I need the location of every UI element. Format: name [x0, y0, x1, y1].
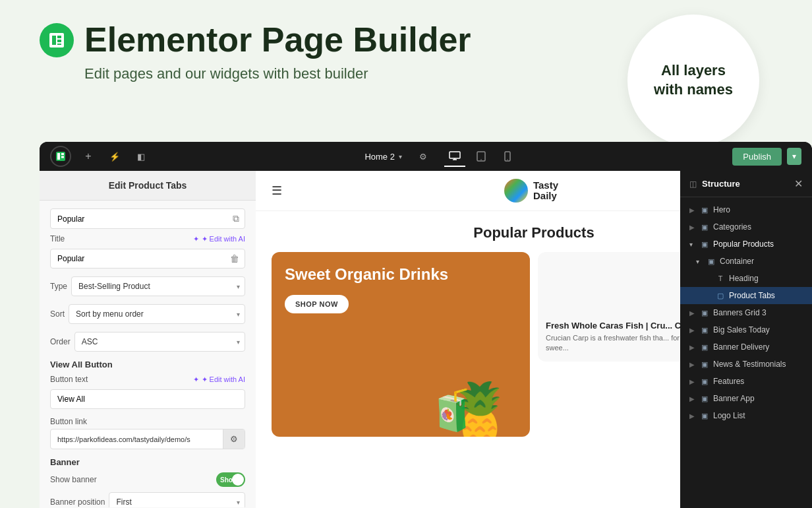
- editor-body: Edit Product Tabs ⧉ Title ✦ ✦ Edit with …: [40, 171, 812, 508]
- url-settings-button[interactable]: ⚙: [223, 429, 245, 449]
- structure-item-news-testimonials[interactable]: ▶ ▣ News & Testimonials: [680, 356, 812, 373]
- banners-grid-container-icon: ▣: [700, 309, 709, 317]
- structure-item-banners-grid[interactable]: ▶ ▣ Banners Grid 3: [680, 304, 812, 321]
- subtitle: Edit pages and our widgets with best bui…: [84, 65, 471, 82]
- type-select[interactable]: Best-Selling Product: [71, 276, 245, 296]
- browser-mockup: + ⚡ ◧ Home 2 ▾ ⚙ Publish ▾: [40, 142, 812, 508]
- elementor-logo: [40, 23, 74, 57]
- responsive-button[interactable]: ⚡: [105, 147, 124, 166]
- structure-item-hero[interactable]: ▶ ▣ Hero: [680, 201, 812, 218]
- title-input[interactable]: [51, 249, 225, 268]
- mobile-button[interactable]: [497, 146, 518, 167]
- title-field-group: Title ✦ ✦ Edit with AI 🗑: [50, 234, 245, 269]
- title-input-row: 🗑: [50, 249, 245, 269]
- product-tabs-label: Product Tabs: [729, 291, 803, 300]
- button-text-input[interactable]: [51, 390, 245, 408]
- heading-label: Heading: [729, 274, 803, 283]
- toolbar-center: Home 2 ▾ ⚙: [158, 146, 724, 167]
- product-tabs-chevron-icon: ▶: [705, 292, 712, 300]
- logo-list-label: Logo List: [713, 411, 803, 420]
- banner-position-label: Banner position: [50, 497, 105, 507]
- show-banner-label: Show banner: [50, 475, 216, 484]
- popular-input[interactable]: [51, 210, 227, 228]
- publish-chevron-button[interactable]: ▾: [787, 148, 801, 165]
- preview-logo-icon: [504, 179, 528, 203]
- trash-button[interactable]: 🗑: [225, 249, 245, 268]
- toolbar: + ⚡ ◧ Home 2 ▾ ⚙ Publish ▾: [40, 142, 812, 171]
- button-link-input[interactable]: [51, 431, 223, 448]
- container-label: Container: [720, 257, 803, 266]
- structure-item-product-tabs[interactable]: ▶ ▢ Product Tabs: [680, 287, 812, 304]
- banner-section-title: Banner: [50, 457, 245, 467]
- structure-item-container[interactable]: ▾ ▣ Container: [680, 253, 812, 270]
- popular-products-chevron-icon: ▾: [689, 241, 696, 248]
- toolbar-right: Publish ▾: [732, 148, 801, 166]
- featured-product-card: Sweet Organic Drinks SHOP NOW 🍍 🧃: [272, 252, 530, 437]
- structure-item-banner-delivery[interactable]: ▶ ▣ Banner Delivery: [680, 338, 812, 356]
- sort-select[interactable]: Sort by menu order: [69, 304, 245, 324]
- structure-close-button[interactable]: ✕: [794, 177, 803, 190]
- banner-delivery-chevron-icon: ▶: [689, 344, 696, 351]
- title-row: Title ✦ ✦ Edit with AI: [50, 234, 245, 243]
- hero-container-icon: ▣: [700, 206, 709, 214]
- order-field-group: Order ASC ▾: [50, 332, 245, 352]
- banner-position-row: Banner position First ▾: [50, 492, 245, 507]
- structure-item-popular-products[interactable]: ▾ ▣ Popular Products: [680, 236, 812, 253]
- show-banner-toggle[interactable]: Show: [216, 472, 245, 487]
- bottle-emoji: 🧃: [428, 391, 477, 430]
- add-element-button[interactable]: +: [79, 147, 98, 166]
- preview-hamburger-icon[interactable]: ☰: [272, 183, 282, 198]
- svg-rect-7: [61, 153, 64, 155]
- desktop-button[interactable]: [444, 146, 465, 167]
- structure-item-logo-list[interactable]: ▶ ▣ Logo List: [680, 407, 812, 424]
- container-icon: ▣: [707, 257, 716, 266]
- page-name-button[interactable]: Home 2 ▾: [364, 152, 402, 162]
- copy-button[interactable]: ⧉: [227, 209, 245, 228]
- banner-app-chevron-icon: ▶: [689, 395, 696, 402]
- layers-button[interactable]: ◧: [132, 147, 150, 166]
- banner-delivery-label: Banner Delivery: [713, 342, 803, 352]
- structure-item-banner-app[interactable]: ▶ ▣ Banner App: [680, 390, 812, 407]
- structure-header: ◫ Structure ✕: [680, 171, 812, 197]
- banner-position-field-group: Banner position First ▾: [50, 492, 245, 507]
- features-chevron-icon: ▶: [689, 378, 696, 385]
- hero-chevron-icon: ▶: [689, 206, 696, 214]
- banner-app-container-icon: ▣: [700, 395, 709, 403]
- features-container-icon: ▣: [700, 377, 709, 386]
- toolbar-elementor-logo[interactable]: [50, 146, 71, 167]
- structure-item-features[interactable]: ▶ ▣ Features: [680, 373, 812, 390]
- button-text-input-row: [50, 389, 245, 409]
- page-name-label: Home 2: [364, 152, 395, 162]
- order-select[interactable]: ASC: [74, 332, 245, 352]
- news-testimonials-label: News & Testimonials: [713, 360, 803, 369]
- structure-collapse-icon: ◫: [689, 179, 697, 189]
- svg-point-13: [507, 159, 508, 160]
- settings-button[interactable]: ⚙: [413, 146, 434, 167]
- order-select-wrapper: ASC ▾: [74, 332, 245, 352]
- type-select-wrapper: Best-Selling Product ▾: [71, 276, 245, 296]
- button-text-label: Button text: [50, 375, 193, 384]
- edit-ai-button[interactable]: ✦ ✦ Edit with AI: [193, 235, 245, 243]
- structure-item-categories[interactable]: ▶ ▣ Categories: [680, 218, 812, 236]
- title-label: Title: [50, 234, 193, 243]
- big-sales-label: Big Sales Today: [713, 325, 803, 334]
- button-link-input-row: ⚙: [50, 429, 245, 449]
- panel-content: ⧉ Title ✦ ✦ Edit with AI 🗑: [40, 201, 256, 507]
- button-edit-ai-button[interactable]: ✦ ✦ Edit with AI: [193, 375, 245, 384]
- content-area: ☰ TastyDaily Popular Products Sweet Org: [256, 171, 812, 508]
- banner-position-select[interactable]: First: [109, 492, 245, 507]
- order-label: Order: [50, 337, 71, 346]
- featured-card-title: Sweet Organic Drinks: [285, 265, 517, 284]
- shop-now-button[interactable]: SHOP NOW: [285, 295, 349, 313]
- heading-chevron-icon: ▶: [705, 275, 712, 282]
- structure-panel: ◫ Structure ✕ ▶ ▣ Hero ▶ ▣: [680, 171, 812, 508]
- banner-position-select-wrapper: First ▾: [109, 492, 245, 507]
- structure-title: Structure: [702, 179, 740, 189]
- structure-item-big-sales[interactable]: ▶ ▣ Big Sales Today: [680, 321, 812, 338]
- button-text-field-group: Button text ✦ ✦ Edit with AI: [50, 375, 245, 409]
- tablet-button[interactable]: [471, 146, 492, 167]
- svg-rect-0: [49, 33, 64, 48]
- structure-item-heading[interactable]: ▶ T Heading: [680, 270, 812, 287]
- title-row: Elementor Page Builder: [40, 21, 471, 59]
- publish-button[interactable]: Publish: [732, 148, 782, 166]
